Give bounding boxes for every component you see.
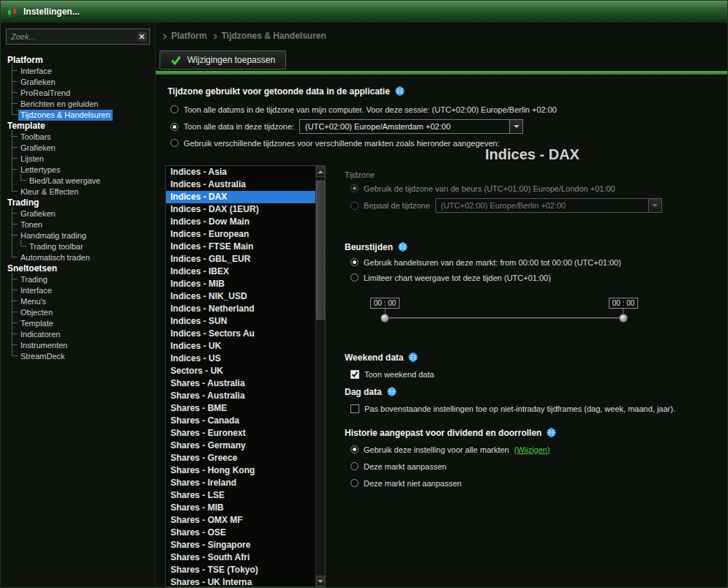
breadcrumb-item: Platform: [171, 31, 207, 41]
sidebar-item[interactable]: Lettertypes: [6, 165, 154, 176]
sidebar-item[interactable]: Berichten en geluiden: [6, 99, 154, 110]
radio-fixed-timezone[interactable]: Toon alle data in deze tijdzone: (UTC+02…: [168, 118, 720, 135]
radio-history-all-markets[interactable]: Gebruik deze instelling voor alle markte…: [345, 444, 720, 455]
market-list-item[interactable]: Shares - Australia: [166, 377, 315, 390]
sidebar-item[interactable]: Kleur & Effecten: [6, 186, 154, 197]
sidebar-item[interactable]: Grafieken: [6, 208, 154, 219]
market-list-item[interactable]: Shares - South Afri: [166, 551, 315, 564]
market-list-item[interactable]: Indices - Dow Main: [166, 216, 315, 228]
radio-history-adjust-market[interactable]: Deze markt aanpassen: [345, 461, 720, 472]
market-list-item[interactable]: Indices - DAX: [166, 191, 315, 203]
sidebar-item[interactable]: Toolbars: [6, 132, 154, 143]
market-timezone-dropdown[interactable]: (UTC+02:00) Europe/Berlin +02:00: [435, 198, 662, 213]
section-title-label: Beurstijden: [345, 242, 393, 252]
timezone-dropdown[interactable]: (UTC+02:00) Europe/Amsterdam +02:00: [299, 119, 523, 134]
window-title: Instellingen...: [23, 7, 80, 17]
sidebar-item[interactable]: Lijsten: [6, 154, 154, 165]
tree-connector: [12, 284, 18, 290]
sidebar-item[interactable]: Menu's: [6, 296, 154, 307]
market-list-item[interactable]: Shares - BME: [166, 402, 315, 415]
sidebar-item[interactable]: Automatisch traden: [6, 252, 154, 263]
chevron-down-icon[interactable]: [509, 120, 522, 133]
market-list-item[interactable]: Sectors - UK: [166, 365, 315, 377]
tree-connector: [12, 163, 18, 170]
scrollbar-track[interactable]: [315, 166, 325, 587]
market-list-item[interactable]: Indices - US: [166, 353, 315, 365]
radio-computer-timezone[interactable]: Toon alle datums in de tijdzone van mijn…: [168, 104, 720, 115]
apply-changes-button[interactable]: Wijzigingen toepassen: [160, 50, 286, 69]
tree-connector: [12, 75, 18, 82]
sidebar-item[interactable]: StreamDeck: [6, 351, 154, 362]
sidebar-item[interactable]: Objecten: [6, 307, 154, 318]
scrollbar-up-button[interactable]: [316, 166, 325, 177]
market-list-item[interactable]: Shares - Ireland: [166, 477, 315, 489]
sidebar-item[interactable]: Interface: [6, 285, 154, 296]
radio-limit-chart-hours[interactable]: Limiteer chart weergave tot deze tijden …: [345, 272, 720, 283]
slider-end-handle[interactable]: [619, 314, 628, 323]
market-list-item[interactable]: Indices - NIK_USD: [166, 290, 315, 303]
sidebar-item[interactable]: Tonen: [6, 219, 154, 230]
radio-history-no-adjust-market[interactable]: Deze markt niet aanpassen: [345, 478, 720, 489]
market-list-item[interactable]: Shares - TSE (Tokyo): [166, 564, 315, 576]
scrollbar-down-button[interactable]: [316, 576, 325, 587]
market-list-item[interactable]: Shares - Greece: [166, 452, 315, 464]
modify-link[interactable]: (Wijzigen): [514, 445, 550, 454]
market-list-item[interactable]: Indices - UK: [166, 340, 315, 353]
sidebar-item[interactable]: Template: [6, 318, 154, 329]
market-list-item[interactable]: Shares - Germany: [166, 440, 315, 452]
market-list-item[interactable]: Indices - Sectors Au: [166, 328, 315, 340]
tree-connector: [12, 207, 18, 214]
market-list-item[interactable]: Indices - Australia: [166, 178, 315, 191]
chevron-down-icon[interactable]: [648, 199, 661, 212]
sidebar-item-label: Template: [18, 318, 56, 329]
market-list-item[interactable]: Shares - MIB: [166, 502, 315, 514]
radio-exchange-timezone[interactable]: Gebruik de tijdzone van de beurs (UTC+01…: [345, 183, 720, 194]
sidebar-item-label: Tonen: [18, 219, 45, 230]
search-input[interactable]: [6, 29, 150, 45]
sidebar-item[interactable]: Grafieken: [6, 77, 154, 88]
market-list-item[interactable]: Indices - DAX (1EUR): [166, 203, 315, 216]
market-list-item[interactable]: Indices - FTSE Main: [166, 241, 315, 253]
sidebar-item[interactable]: Indicatoren: [6, 329, 154, 340]
market-list-item[interactable]: Shares - OSE: [166, 527, 315, 539]
market-detail-title: Indices - DAX: [345, 146, 720, 163]
check-icon: [170, 56, 181, 65]
market-list-item[interactable]: Shares - OMX MF: [166, 514, 315, 527]
slider-start-handle[interactable]: [380, 314, 389, 323]
market-list-item[interactable]: Indices - IBEX: [166, 265, 315, 278]
market-list-item[interactable]: Indices - Asia: [166, 166, 315, 178]
sidebar-item[interactable]: Instrumenten: [6, 340, 154, 351]
sidebar-item-label: Lijsten: [18, 154, 46, 165]
sidebar-item[interactable]: Trading: [6, 274, 154, 285]
market-list-item[interactable]: Shares - Singapore: [166, 539, 315, 551]
sidebar-item[interactable]: Grafieken: [6, 143, 154, 154]
sidebar-item[interactable]: Tijdzones & Handelsuren: [6, 110, 154, 121]
sidebar-item[interactable]: Bied/Laat weergave: [6, 176, 154, 186]
radio-use-market-hours[interactable]: Gebruik handelsuren van deze markt: from…: [345, 257, 720, 268]
market-list-item[interactable]: Shares - Australia: [166, 390, 315, 402]
radio-custom-timezone[interactable]: Bepaal de tijdzone (UTC+02:00) Europe/Be…: [345, 197, 720, 214]
sidebar-item[interactable]: Handmatig trading: [6, 230, 154, 241]
market-list-item[interactable]: Shares - Hong Kong: [166, 464, 315, 477]
sidebar-item[interactable]: Trading toolbar: [6, 241, 154, 252]
globe-icon: [398, 242, 408, 252]
market-list-item[interactable]: Shares - UK Interna: [166, 576, 315, 587]
market-list-item[interactable]: Indices - MIB: [166, 278, 315, 290]
tree-connector: [12, 64, 18, 71]
sidebar-item[interactable]: Interface: [6, 66, 154, 77]
checkbox-weekend-data[interactable]: Toon weekend data: [345, 369, 720, 380]
content-area: Tijdzone gebruikt voor getoonde data in …: [156, 75, 727, 587]
scrollbar-thumb[interactable]: [316, 181, 325, 320]
market-list-item[interactable]: Indices - Netherland: [166, 303, 315, 315]
market-list-item[interactable]: Shares - LSE: [166, 489, 315, 502]
globe-icon: [547, 428, 556, 437]
market-list-item[interactable]: Shares - Canada: [166, 415, 315, 427]
checkbox-day-data[interactable]: Pas bovenstaande instellingen toe op nie…: [345, 403, 720, 414]
tree-connector: [12, 152, 18, 159]
market-list-item[interactable]: Indices - European: [166, 228, 315, 241]
clear-search-icon[interactable]: [136, 31, 148, 42]
market-list-item[interactable]: Indices - GBL_EUR: [166, 253, 315, 265]
market-list-item[interactable]: Indices - SUN: [166, 315, 315, 328]
sidebar-item[interactable]: ProRealTrend: [6, 88, 154, 99]
market-list-item[interactable]: Shares - Euronext: [166, 427, 315, 440]
